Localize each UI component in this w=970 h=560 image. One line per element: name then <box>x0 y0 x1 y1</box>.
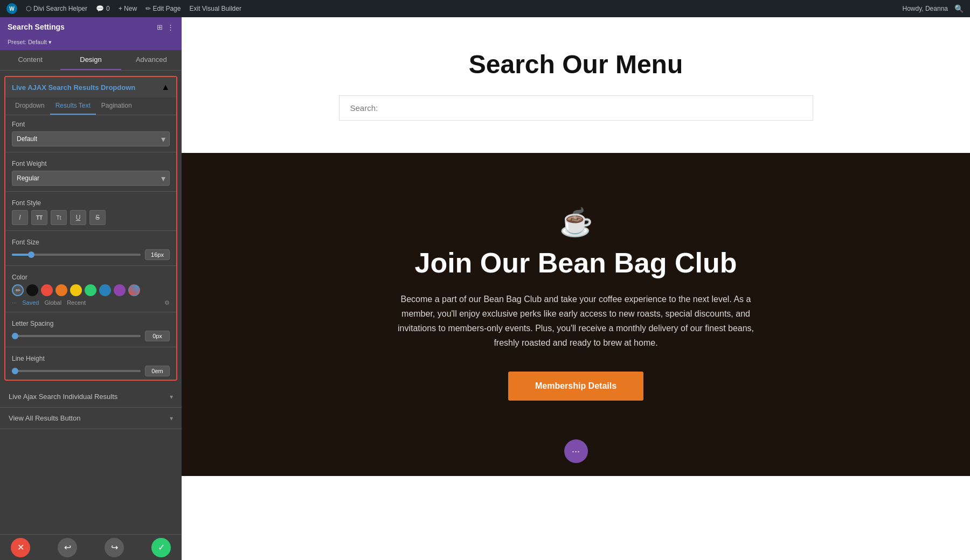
font-style-label: Font Style <box>12 199 170 207</box>
font-size-slider-row: 16px <box>12 249 170 260</box>
sub-tab-dropdown[interactable]: Dropdown <box>10 97 50 115</box>
purple-dots-button[interactable]: ··· <box>564 439 588 463</box>
user-greeting: Howdy, Deanna <box>903 5 948 12</box>
strikethrough-button[interactable]: S <box>89 210 106 225</box>
letter-spacing-label: Letter Spacing <box>12 320 170 327</box>
sub-tab-results-text[interactable]: Results Text <box>50 97 96 115</box>
divi-search-helper-link[interactable]: ⬡ Divi Search Helper <box>26 5 87 12</box>
font-weight-select[interactable]: Regular <box>12 171 170 186</box>
letter-spacing-slider-row: 0px <box>12 331 170 341</box>
save-button[interactable]: ✓ <box>151 538 171 557</box>
color-tab-saved[interactable]: Saved <box>22 299 39 306</box>
dark-section-title: Join Our Bean Bag Club <box>414 247 737 279</box>
font-select[interactable]: Default <box>12 131 170 146</box>
gradient-swatch[interactable] <box>128 284 140 296</box>
individual-results-arrow: ▾ <box>170 393 173 401</box>
panel-tabs: Content Design Advanced <box>0 50 182 71</box>
collapsed-section-view-all[interactable]: View All Results Button ▾ <box>0 408 182 429</box>
tab-content[interactable]: Content <box>0 50 60 70</box>
font-size-field: Font Size 16px <box>5 233 176 263</box>
main-layout: Search Settings ⊞ ⋮ Preset: Default ▾ Co… <box>0 17 970 560</box>
undo-button[interactable]: ↩ <box>58 538 77 557</box>
exit-visual-builder-button[interactable]: Exit Visual Builder <box>189 5 241 12</box>
collapsed-section-individual-results[interactable]: Live Ajax Search Individual Results ▾ <box>0 386 182 408</box>
dark-section-body: Become a part of our Bean Bag Club and t… <box>387 292 765 351</box>
color-swatches: ✏ <box>12 284 170 296</box>
tab-design[interactable]: Design <box>60 50 121 70</box>
right-panel: Search Our Menu ☕ Join Our Bean Bag Club… <box>182 17 970 560</box>
sub-tabs: Dropdown Results Text Pagination <box>5 97 176 115</box>
italic-button[interactable]: I <box>12 210 28 225</box>
yellow-swatch[interactable] <box>70 284 82 296</box>
layout-icon[interactable]: ⊞ <box>157 23 163 31</box>
line-height-slider-row: 0em <box>12 366 170 376</box>
eyedropper-swatch[interactable]: ✏ <box>12 284 24 296</box>
color-tab-global[interactable]: Global <box>44 299 61 306</box>
font-style-field: Font Style I TT Tt U S <box>5 194 176 228</box>
font-weight-field: Font Weight Regular <box>5 155 176 189</box>
orange-swatch[interactable] <box>56 284 67 296</box>
comments-link[interactable]: 💬 0 <box>96 5 110 12</box>
bottom-toolbar: ✕ ↩ ↪ ✓ <box>0 534 182 560</box>
membership-details-button[interactable]: Membership Details <box>508 372 643 401</box>
purple-swatch[interactable] <box>114 284 126 296</box>
panel-preset[interactable]: Preset: Default ▾ <box>0 37 182 50</box>
color-settings-icon[interactable]: ⚙ <box>164 299 170 306</box>
comment-icon: 💬 <box>96 5 104 12</box>
uppercase-button[interactable]: TT <box>31 210 47 225</box>
expanded-section-arrow: ▲ <box>161 82 170 92</box>
search-input[interactable] <box>339 95 813 121</box>
admin-bar-right: Howdy, Deanna 🔍 <box>903 4 964 13</box>
edit-page-button[interactable]: ✏ Edit Page <box>146 5 181 12</box>
blue-swatch[interactable] <box>99 284 111 296</box>
view-all-results-arrow: ▾ <box>170 415 173 422</box>
panel-title: Search Settings <box>8 23 65 31</box>
letter-spacing-field: Letter Spacing 0px <box>5 314 176 345</box>
more-options-icon[interactable]: ⋮ <box>167 23 174 31</box>
black-swatch[interactable] <box>26 284 38 296</box>
font-label: Font <box>12 121 170 128</box>
wp-logo-icon[interactable]: W <box>6 3 17 14</box>
divi-logo-icon: ⬡ <box>26 5 31 12</box>
letter-spacing-value[interactable]: 0px <box>145 331 170 341</box>
line-height-track <box>12 370 141 372</box>
letter-spacing-track <box>12 335 141 337</box>
admin-search-icon[interactable]: 🔍 <box>954 4 964 13</box>
font-weight-select-wrapper: Regular <box>12 171 170 186</box>
line-height-value[interactable]: 0em <box>145 366 170 376</box>
color-tabs-row: ··· Saved Global Recent ⚙ <box>12 299 170 306</box>
capitalize-button[interactable]: Tt <box>51 210 67 225</box>
panel-content: Live AJAX Search Results Dropdown ▲ Drop… <box>0 71 182 534</box>
red-swatch[interactable] <box>41 284 53 296</box>
expanded-section-header[interactable]: Live AJAX Search Results Dropdown ▲ <box>5 77 176 97</box>
font-size-value[interactable]: 16px <box>145 249 170 260</box>
tab-advanced[interactable]: Advanced <box>121 50 182 70</box>
cancel-button[interactable]: ✕ <box>11 538 30 557</box>
preview-search-section: Search Our Menu <box>182 17 970 153</box>
green-swatch[interactable] <box>85 284 96 296</box>
line-height-thumb[interactable] <box>12 368 18 374</box>
sub-tab-pagination[interactable]: Pagination <box>96 97 137 115</box>
line-height-field: Line Height 0em <box>5 349 176 380</box>
view-all-results-label: View All Results Button <box>9 414 80 422</box>
color-more-dots[interactable]: ··· <box>12 299 17 306</box>
font-select-wrapper: Default <box>12 131 170 146</box>
letter-spacing-thumb[interactable] <box>12 333 18 339</box>
new-content-button[interactable]: + New <box>119 5 137 12</box>
font-field: Font Default <box>5 115 176 150</box>
font-size-track <box>12 254 141 256</box>
individual-results-label: Live Ajax Search Individual Results <box>9 393 117 401</box>
underline-button[interactable]: U <box>70 210 86 225</box>
font-size-label: Font Size <box>12 239 170 246</box>
font-weight-label: Font Weight <box>12 160 170 167</box>
left-panel: Search Settings ⊞ ⋮ Preset: Default ▾ Co… <box>0 17 182 560</box>
font-style-buttons: I TT Tt U S <box>12 210 170 225</box>
color-tab-recent[interactable]: Recent <box>67 299 86 306</box>
line-height-label: Line Height <box>12 355 170 362</box>
color-label: Color <box>12 274 170 281</box>
panel-header-icons: ⊞ ⋮ <box>157 23 174 31</box>
preview-dark-section: ☕ Join Our Bean Bag Club Become a part o… <box>182 153 970 476</box>
font-size-thumb[interactable] <box>28 251 34 258</box>
wp-admin-bar: W ⬡ Divi Search Helper 💬 0 + New ✏ Edit … <box>0 0 970 17</box>
redo-button[interactable]: ↪ <box>105 538 124 557</box>
